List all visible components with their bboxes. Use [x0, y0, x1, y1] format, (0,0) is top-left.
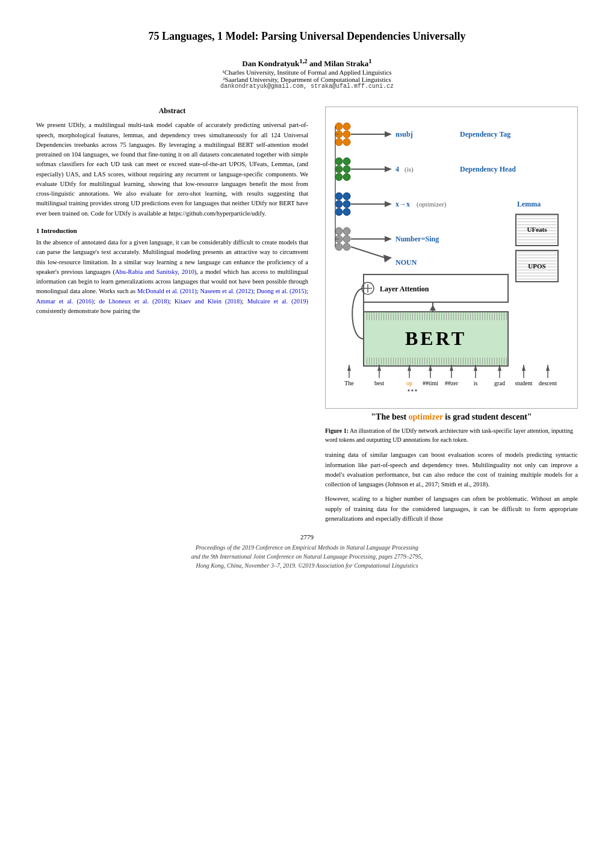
abstract-text: We present UDify, a multilingual multi-t…	[36, 120, 308, 219]
dep-head-label: Dependency Head	[460, 165, 516, 173]
bert-label: BERT	[405, 327, 467, 349]
token-student: student	[515, 380, 533, 386]
svg-point-19	[343, 228, 350, 235]
svg-marker-67	[415, 389, 417, 391]
dep-head-value: 4	[395, 165, 399, 173]
author1-sup: 1,2	[299, 57, 308, 64]
svg-point-0	[335, 123, 343, 130]
page-number: 2779	[36, 533, 578, 541]
svg-point-12	[335, 193, 343, 200]
figure-diagram: nsubj Dependency Tag 4 (is) Dependency H…	[325, 107, 578, 409]
footer-conference: Proceedings of the 2019 Conference on Em…	[36, 543, 578, 570]
svg-marker-25	[385, 131, 392, 137]
svg-line-35	[351, 247, 385, 258]
dep-head-paren: (is)	[405, 166, 414, 173]
svg-marker-29	[385, 201, 392, 207]
svg-point-5	[343, 138, 350, 146]
ufeats-value: Number=Sing	[395, 235, 439, 243]
token-op: op	[406, 380, 412, 386]
svg-point-7	[343, 158, 350, 165]
upos-value: NOUN	[395, 258, 417, 267]
svg-point-9	[343, 166, 350, 173]
section1-body: In the absence of annotated data for a g…	[36, 238, 308, 316]
conf-line1: Proceedings of the 2019 Conference on Em…	[36, 543, 578, 552]
svg-point-3	[343, 131, 350, 138]
svg-point-11	[343, 173, 350, 181]
author2-name: Milan Straka	[324, 59, 368, 68]
svg-point-22	[335, 243, 343, 250]
right-column: nsubj Dependency Tag 4 (is) Dependency H…	[325, 107, 578, 529]
svg-point-13	[343, 193, 350, 200]
author2-sup: 1	[368, 57, 371, 64]
svg-point-10	[335, 173, 343, 181]
dep-tag-label: Dependency Tag	[460, 130, 510, 138]
conf-line2: and the 9th International Joint Conferen…	[36, 552, 578, 561]
svg-point-6	[335, 158, 343, 165]
quote-line: "The best optimizer is grad student desc…	[325, 412, 578, 422]
nsubj-label: nsubj	[395, 130, 413, 138]
author-and: and	[309, 59, 324, 68]
svg-marker-31	[385, 236, 392, 242]
section1-title: 1 Introduction	[36, 227, 308, 234]
conf-line3: Hong Kong, China, November 3–7, 2019. ©2…	[36, 561, 578, 570]
quote-optimizer: optimizer	[409, 412, 443, 421]
affil2: ²Saarland University, Department of Comp…	[36, 76, 578, 83]
section1-right-text: training data of similar languages can b…	[325, 450, 578, 524]
svg-marker-65	[408, 389, 410, 391]
lemma-value: x→x	[395, 200, 410, 208]
ufeats-box-label: UFeats	[527, 226, 548, 233]
authors-section: Dan Kondratyuk1,2 and Milan Straka1 ¹Cha…	[36, 57, 578, 90]
svg-point-18	[335, 228, 343, 235]
lemma-paren: (optimizer)	[417, 200, 447, 208]
token-hzer: ##zer	[445, 380, 459, 386]
svg-rect-45	[365, 313, 507, 320]
figure1: nsubj Dependency Tag 4 (is) Dependency H…	[325, 107, 578, 444]
caption-text: An illustration of the UDify network arc…	[325, 427, 573, 443]
up-arrows	[347, 365, 550, 378]
svg-point-23	[343, 243, 350, 250]
token-best: best	[374, 380, 384, 386]
svg-point-15	[343, 200, 350, 208]
figure-caption: Figure 1: An illustration of the UDify n…	[325, 427, 578, 444]
upos-box-label: UPOS	[528, 262, 545, 270]
layer-attn-label: Layer Attention	[380, 285, 429, 293]
quote-text-rest: is grad student descent"	[443, 412, 532, 421]
svg-point-17	[343, 208, 350, 215]
token-htimi: ##timi	[423, 380, 438, 386]
svg-marker-27	[385, 166, 392, 172]
quote-text-the: "The best	[371, 412, 408, 421]
affil1: ¹Charles University, Institute of Formal…	[36, 69, 578, 76]
email: dankondratyuk@gmail.com, straka@ufal.mff…	[36, 83, 578, 90]
svg-point-21	[343, 235, 350, 243]
svg-marker-66	[411, 389, 414, 391]
svg-rect-46	[365, 358, 507, 365]
token-is: is	[474, 380, 478, 386]
figure-svg: nsubj Dependency Tag 4 (is) Dependency H…	[330, 113, 571, 402]
abstract-title: Abstract	[36, 107, 308, 116]
page-title: 75 Languages, 1 Model: Parsing Universal…	[36, 30, 578, 43]
token-grad: grad	[494, 380, 505, 386]
svg-point-1	[343, 123, 350, 130]
svg-point-4	[335, 138, 343, 146]
svg-marker-36	[383, 255, 392, 262]
token-descent: descent	[539, 380, 557, 386]
left-column: Abstract We present UDify, a multilingua…	[36, 107, 308, 529]
lemma-label: Lemma	[517, 200, 541, 208]
author1-name: Dan Kondratyuk	[242, 59, 299, 68]
svg-point-16	[335, 208, 343, 215]
caption-label: Figure 1:	[325, 427, 349, 434]
token-the: The	[344, 380, 354, 386]
